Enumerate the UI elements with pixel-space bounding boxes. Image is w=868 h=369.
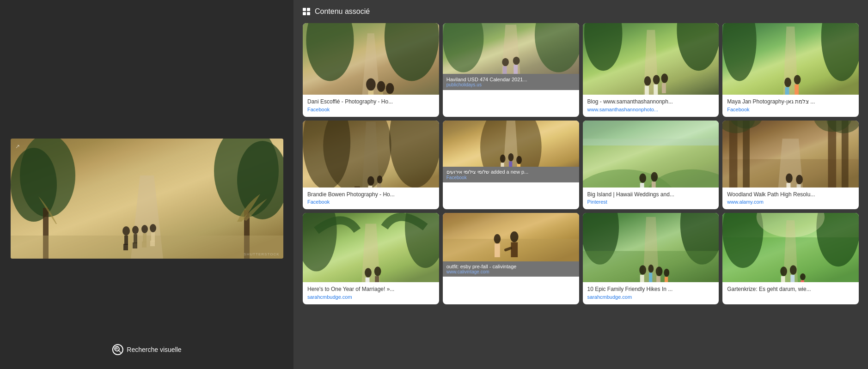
svg-point-45 <box>513 57 520 65</box>
svg-point-131 <box>648 265 654 273</box>
svg-point-113 <box>365 268 372 278</box>
grid-item-dani[interactable]: Dani Escoffié - Photography - Ho... Face… <box>303 23 439 117</box>
svg-point-133 <box>655 266 662 276</box>
item-source: Facebook <box>727 107 854 112</box>
item-info: Dani Escoffié - Photography - Ho... Face… <box>303 95 439 117</box>
svg-point-2 <box>11 148 57 222</box>
svg-point-78 <box>500 154 506 163</box>
svg-rect-144 <box>781 276 785 282</box>
svg-point-104 <box>786 173 793 183</box>
svg-rect-116 <box>375 276 379 282</box>
svg-point-147 <box>800 273 806 280</box>
svg-rect-90 <box>640 183 644 188</box>
grid-item-woodland[interactable]: alamy Woodland Walk Path High Resolu... … <box>722 121 859 210</box>
item-info-hawaii: Big Island | Hawaii Weddings and... Pint… <box>583 188 719 210</box>
svg-point-53 <box>653 75 660 85</box>
svg-rect-56 <box>661 83 666 93</box>
svg-rect-107 <box>797 184 801 188</box>
svg-point-9 <box>122 226 130 236</box>
svg-point-17 <box>141 225 148 233</box>
section-title: Contenu associé <box>315 7 370 16</box>
svg-rect-36 <box>379 92 383 95</box>
svg-rect-24 <box>153 241 155 246</box>
item-info-woodland: Woodland Walk Path High Resolu... www.al… <box>722 188 859 210</box>
item-info-gartenkrize: Gartenkrize: Es geht darum, wie... <box>722 282 859 299</box>
item-info-maya: Maya Jan Photography-צלמת גאן ... Facebo… <box>722 95 859 117</box>
item-title: Maya Jan Photography-צלמת גאן ... <box>727 98 854 106</box>
svg-point-73 <box>377 175 383 184</box>
item-source: Pinterest <box>587 199 715 205</box>
item-source: sarahcmbudge.com <box>307 294 434 300</box>
grid-item-hawaii[interactable]: Big Island | Hawaii Weddings and... Pint… <box>583 121 719 210</box>
item-title: Blog - www.samanthashannonph... <box>587 98 715 106</box>
grid-item-gartenkrize[interactable]: Gartenkrize: Es geht darum, wie... <box>722 213 859 304</box>
svg-point-55 <box>661 73 668 83</box>
svg-rect-83 <box>517 164 520 167</box>
item-title: Dani Escoffié - Photography - Ho... <box>307 98 434 106</box>
grid-icon-cell <box>303 8 306 11</box>
svg-point-82 <box>516 156 522 164</box>
svg-rect-114 <box>366 278 370 282</box>
svg-rect-19 <box>142 242 144 248</box>
svg-point-37 <box>386 83 394 94</box>
svg-point-106 <box>796 175 803 184</box>
item-info-marriage: Here's to One Year of Marriage! »... sar… <box>303 282 439 304</box>
svg-rect-148 <box>801 280 804 282</box>
svg-rect-81 <box>509 161 512 167</box>
visual-search-button[interactable]: Recherche visuelle <box>112 344 181 355</box>
content-header: Contenu associé <box>293 0 868 23</box>
grid-icon-cell <box>307 12 310 15</box>
grid-item-samantha[interactable]: Blog - www.samanthashannonph... www.sama… <box>583 23 719 117</box>
item-title: Here's to One Year of Marriage! »... <box>307 286 434 293</box>
item-info-samantha: Blog - www.samanthashannonph... www.sama… <box>583 95 719 117</box>
svg-point-61 <box>784 78 791 87</box>
svg-point-33 <box>366 79 376 91</box>
svg-point-135 <box>664 269 669 277</box>
grid-item-marriage[interactable]: Here's to One Year of Marriage! »... sar… <box>303 213 439 304</box>
svg-rect-46 <box>513 65 518 74</box>
svg-rect-44 <box>502 66 507 74</box>
svg-rect-74 <box>377 183 381 187</box>
grid-item-haviland[interactable]: Haviland USD 474 Calendar 2021... public… <box>443 23 579 117</box>
item-source: www.alamy.com <box>727 199 854 205</box>
svg-point-143 <box>781 266 788 276</box>
svg-point-63 <box>794 75 801 85</box>
svg-point-13 <box>132 226 139 234</box>
svg-rect-11 <box>123 244 126 250</box>
svg-rect-38 <box>387 94 392 95</box>
svg-rect-72 <box>368 186 372 188</box>
svg-rect-64 <box>795 85 799 95</box>
svg-point-35 <box>377 81 385 92</box>
expand-arrow: ↗ <box>15 143 20 150</box>
left-panel: SHUTTERSTOCK ↗ Recherche visuelle <box>0 0 293 369</box>
item-source: Facebook <box>307 107 434 112</box>
svg-rect-8 <box>11 236 283 259</box>
grid-item-maya[interactable]: Maya Jan Photography-צלמת גאן ... Facebo… <box>722 23 859 117</box>
svg-point-51 <box>644 76 651 86</box>
item-title: Gartenkrize: Es geht darum, wie... <box>727 286 854 293</box>
svg-line-26 <box>118 351 121 353</box>
grid-icon <box>303 8 310 15</box>
item-info-brandie: Brandie Bowen Photography - Ho... Facebo… <box>303 188 439 210</box>
svg-point-25 <box>114 346 119 351</box>
grid-item-calivintage[interactable]: outfit: esby pre-fall - calivintage www.… <box>443 213 579 304</box>
image-grid: Dani Escoffié - Photography - Ho... Face… <box>293 23 868 304</box>
visual-search-icon <box>112 344 123 355</box>
svg-point-21 <box>150 224 156 232</box>
item-title: Woodland Walk Path High Resolu... <box>727 191 854 199</box>
svg-rect-134 <box>656 276 660 282</box>
svg-rect-20 <box>144 242 147 248</box>
svg-point-91 <box>651 172 658 181</box>
grid-item-hikes[interactable]: 10 Epic Family Friendly Hikes In ... sar… <box>583 213 719 304</box>
svg-rect-70 <box>355 186 360 187</box>
svg-point-71 <box>367 176 374 186</box>
watermark-text: SHUTTERSTOCK <box>244 252 279 256</box>
svg-rect-52 <box>645 86 649 95</box>
grid-item-brandie[interactable]: Brandie Bowen Photography - Ho... Facebo… <box>303 121 439 210</box>
item-title: Big Island | Hawaii Weddings and... <box>587 191 715 199</box>
svg-rect-92 <box>651 181 655 188</box>
svg-point-129 <box>639 266 646 275</box>
grid-icon-cell <box>307 8 310 11</box>
grid-item-shlomi[interactable]: שלומי צילומי אירועים added a new p... Fa… <box>443 121 579 210</box>
svg-point-145 <box>790 266 797 275</box>
